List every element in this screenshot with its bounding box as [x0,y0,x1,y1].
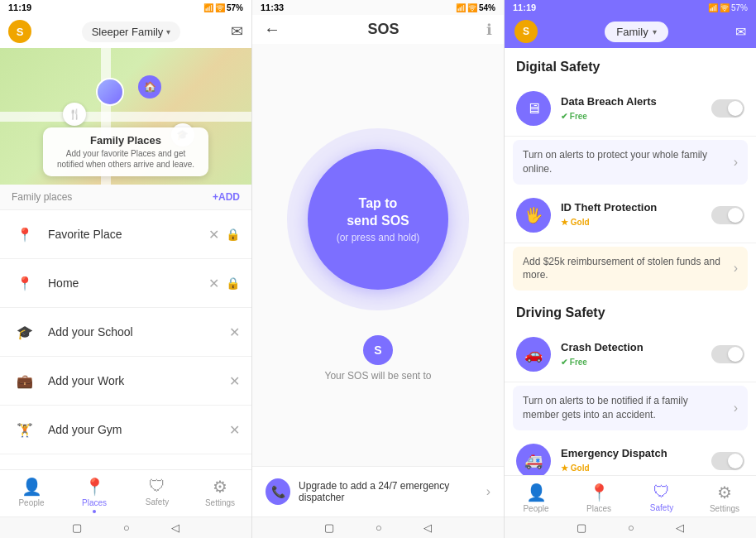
nav-item-people[interactable]: 👤 People [0,477,63,513]
nav-item-places-3[interactable]: 📍 Places [567,483,630,513]
android-circle[interactable]: ○ [123,521,130,534]
time-3: 11:19 [513,2,536,12]
safety-icon: 🛡 [653,483,670,502]
android-back[interactable]: ◁ [171,521,179,534]
android-back[interactable]: ◁ [423,521,432,534]
nav-label-places: Places [586,504,611,513]
fp-label: Family places [12,191,72,203]
crash-name: Crash Detection [561,341,701,353]
safety-item-breach: 🖥 Data Breach Alerts ✔ Free [505,81,756,137]
safety-item-dispatch: 🚑 Emergency Dispatch ★ Gold [505,434,756,475]
panel-safety: 11:19 📶 🛜 57% S Family ▾ ✉ Digital Safet… [505,0,756,538]
place-icon-work: 💼 [12,367,38,394]
idtheft-toggle[interactable] [711,206,744,224]
nav-label-settings: Settings [710,504,739,513]
nav-item-people-3[interactable]: 👤 People [505,483,567,513]
panel3-header: S Family ▾ ✉ [505,15,756,48]
nav-label-places: Places [82,498,107,507]
avatar-3[interactable]: S [514,20,538,43]
nav-item-settings[interactable]: ⚙ Settings [189,477,251,513]
breach-icon: 🖥 [516,91,551,126]
toggle-knob [728,347,743,362]
android-square[interactable]: ▢ [72,521,82,534]
android-back[interactable]: ◁ [676,521,684,534]
status-bar-3: 11:19 📶 🛜 57% [505,0,756,15]
status-bar-1: 11:19 📶 🛜 57% [0,0,251,15]
crash-badge: ✔ Free [561,358,587,367]
place-icon-school: 🎓 [12,319,38,345]
family-dropdown-3[interactable]: Family ▾ [605,22,667,42]
upgrade-text: Upgrade to add a 24/7 emergency dispatch… [299,480,486,503]
dispatch-toggle[interactable] [711,452,744,470]
idtheft-info-card[interactable]: Add $25k reimbursement of stolen funds a… [513,247,748,291]
sos-outer-ring: Tap tosend SOS (or press and hold) [287,128,469,310]
battery-2: 54% [479,3,495,12]
signal-icon: 📶 [456,3,466,12]
family-dropdown[interactable]: Sleeper Family ▾ [82,22,181,42]
list-item[interactable]: 🏋 Add your Gym ✕ [0,406,251,454]
place-actions: ✕ [229,422,240,438]
crash-info-card[interactable]: Turn on alerts to be notified if a famil… [513,386,748,430]
places-icon: 📍 [84,477,105,497]
close-icon[interactable]: ✕ [208,276,219,291]
toggle-knob [728,101,743,116]
list-item[interactable]: 💼 Add your Work ✕ [0,357,251,406]
idtheft-icon: 🖐 [516,198,551,233]
idtheft-info-text: Add $25k reimbursement of stolen funds a… [523,255,727,283]
list-item[interactable]: 📍 Home ✕ 🔒 [0,259,251,308]
lock-icon[interactable]: 🔒 [226,228,240,241]
add-place-button[interactable]: +ADD [213,191,240,203]
place-icon-gym: 🏋 [12,416,38,443]
sos-sublabel: (or press and hold) [337,232,420,243]
family-name-3: Family [616,26,648,38]
close-icon[interactable]: ✕ [229,324,240,340]
wifi-icon: 🛜 [720,3,730,12]
chevron-right-icon: › [734,155,738,170]
list-item[interactable]: 📍 Favorite Place ✕ 🔒 [0,210,251,259]
sos-body: Tap tosend SOS (or press and hold) S You… [252,44,504,466]
breach-info-card[interactable]: Turn on alerts to protect your whole fam… [513,140,748,185]
crash-toggle[interactable] [711,345,744,363]
mail-icon-3[interactable]: ✉ [735,24,746,40]
panel-sos: 11:33 📶 🛜 54% ← SOS ℹ Tap tosend SOS (or… [252,0,505,538]
sos-upgrade-bar[interactable]: 📞 Upgrade to add a 24/7 emergency dispat… [252,466,504,516]
close-icon[interactable]: ✕ [229,422,240,438]
place-actions: ✕ [229,373,240,389]
idtheft-name: ID Theft Protection [561,201,701,214]
breach-name: Data Breach Alerts [561,95,701,108]
idtheft-text: ID Theft Protection ★ Gold [561,201,701,228]
breach-text: Data Breach Alerts ✔ Free [561,95,701,122]
list-item[interactable]: 🛒 Add your Grocery Store ✕ [0,454,251,469]
close-icon[interactable]: ✕ [229,373,240,389]
active-indicator [93,510,96,513]
android-square[interactable]: ▢ [324,521,334,534]
nav-item-settings-3[interactable]: ⚙ Settings [693,483,756,513]
close-icon[interactable]: ✕ [208,227,219,243]
list-item[interactable]: 🎓 Add your School ✕ [0,308,251,357]
nav-item-safety-3[interactable]: 🛡 Safety [630,483,693,513]
back-button[interactable]: ← [264,20,280,39]
sos-button[interactable]: Tap tosend SOS (or press and hold) [308,149,448,290]
nav-label-settings: Settings [205,498,235,507]
mail-icon[interactable]: ✉ [231,22,243,41]
android-circle[interactable]: ○ [628,521,634,534]
sos-avatar: S [363,335,393,365]
android-circle[interactable]: ○ [376,521,382,534]
map-info-title: Family Places [55,134,197,147]
chevron-right-icon: › [486,484,490,499]
nav-item-safety[interactable]: 🛡 Safety [126,477,189,513]
map-area[interactable]: 🍴 🏠 🎓 Family Places Add your favorite Pl… [0,48,251,185]
lock-icon[interactable]: 🔒 [226,276,240,290]
map-info-subtitle: Add your favorite Places and get notifie… [55,148,197,170]
toggle-knob [728,208,743,223]
breach-toggle[interactable] [711,99,744,118]
info-icon[interactable]: ℹ [486,21,492,39]
nav-item-places[interactable]: 📍 Places [63,477,126,513]
avatar[interactable]: S [8,20,31,43]
family-places-bar: Family places +ADD [0,185,251,210]
map-pin-person [96,78,124,106]
safety-item-crash: 🚗 Crash Detection ✔ Free [505,327,756,382]
status-icons-2: 📶 🛜 54% [456,3,495,12]
android-square[interactable]: ▢ [577,521,586,534]
place-actions: ✕ 🔒 [208,276,240,291]
